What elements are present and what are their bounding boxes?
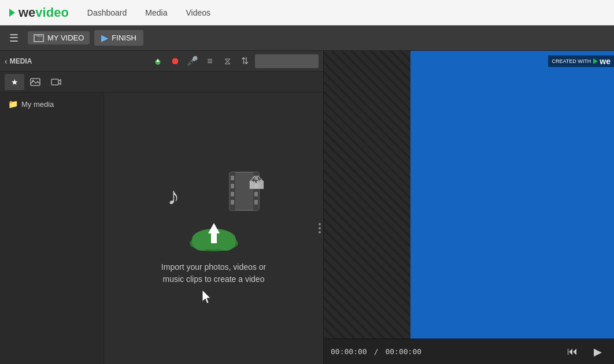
created-with-badge: CREATED WITH we — [548, 55, 614, 67]
current-time-display: 00:00:00 — [331, 347, 367, 356]
photo-icon: 🏔 — [249, 174, 265, 193]
tab-video[interactable] — [46, 74, 66, 90]
preview-dark-bg — [324, 51, 410, 339]
media-label: MEDIA — [10, 57, 32, 65]
media-sidebar: 📁 My media — [0, 92, 104, 364]
folder-icon: 📁 — [8, 99, 18, 109]
folder-my-media[interactable]: 📁 My media — [5, 97, 99, 111]
music-note-icon: ♪ — [168, 183, 180, 210]
finish-button[interactable]: ▶ FINISH — [94, 30, 143, 46]
created-with-text: CREATED WITH — [552, 58, 591, 64]
media-upload-area[interactable]: ♪ 🏔 Import your photos, — [104, 92, 323, 364]
chevron-left-icon: ‹ — [5, 57, 8, 66]
svg-point-19 — [192, 232, 213, 251]
video-title-tab[interactable]: 🎬 MY VIDEO — [28, 31, 90, 44]
finish-label: FINISH — [112, 34, 136, 42]
wevideo-small-logo: we — [593, 57, 611, 66]
record-button[interactable]: ⏺ — [168, 54, 182, 68]
sort-button[interactable]: ⇅ — [238, 54, 251, 68]
upload-button[interactable] — [151, 54, 165, 68]
folder-label: My media — [21, 100, 54, 109]
media-search-input[interactable] — [255, 54, 319, 68]
media-content-area: 📁 My media — [0, 92, 323, 364]
upload-graphic: ♪ 🏔 — [162, 171, 266, 252]
editor-bar: ☰ 🎬 MY VIDEO ▶ FINISH — [0, 25, 614, 51]
svg-point-20 — [215, 232, 236, 251]
wv-text: we — [600, 57, 611, 66]
video-tab-label: MY VIDEO — [47, 34, 84, 42]
top-navigation: wevideo Dashboard Media Videos — [0, 0, 614, 25]
logo-triangle-icon — [9, 9, 15, 17]
skip-back-button[interactable]: ⏮ — [563, 343, 582, 361]
wv-triangle-icon — [593, 58, 598, 64]
play-pause-button[interactable]: ▶ — [589, 343, 607, 361]
time-separator: / — [374, 347, 379, 356]
total-time-display: 00:00:00 — [385, 347, 421, 356]
svg-rect-9 — [231, 176, 234, 180]
media-tabs: ★ — [0, 72, 323, 92]
left-panel: ‹ MEDIA ⏺ 🎤 ≡ ⧖ ⇅ ★ — [0, 51, 324, 364]
media-back-button[interactable]: ‹ MEDIA — [5, 57, 32, 66]
finish-play-icon: ▶ — [101, 32, 108, 43]
upload-prompt-text: Import your photos, videos or music clip… — [161, 261, 266, 285]
svg-rect-10 — [231, 184, 234, 188]
svg-rect-11 — [231, 192, 234, 196]
nav-media[interactable]: Media — [145, 8, 167, 17]
nav-dashboard[interactable]: Dashboard — [87, 8, 127, 17]
tab-starred[interactable]: ★ — [5, 74, 24, 90]
preview-area: CREATED WITH we — [324, 51, 614, 339]
tab-image[interactable] — [25, 74, 45, 90]
film-icon: 🎬 — [34, 34, 44, 42]
hamburger-menu-button[interactable]: ☰ — [5, 29, 23, 47]
list-view-button[interactable]: ≡ — [203, 54, 217, 68]
app-logo[interactable]: wevideo — [9, 5, 69, 20]
svg-rect-5 — [51, 79, 58, 85]
preview-controls: 00:00:00 / 00:00:00 ⏮ ▶ — [324, 339, 614, 364]
main-area: ‹ MEDIA ⏺ 🎤 ≡ ⧖ ⇅ ★ — [0, 51, 614, 364]
filter-button[interactable]: ⧖ — [220, 54, 234, 68]
media-drop-zone[interactable]: ♪ 🏔 Import your photos, — [104, 92, 323, 364]
panel-options-menu[interactable] — [319, 223, 321, 233]
svg-rect-2 — [157, 59, 158, 62]
svg-rect-16 — [254, 200, 258, 205]
right-panel: CREATED WITH we 00:00:00 / 00:00:00 ⏮ ▶ — [324, 51, 614, 364]
mic-button[interactable]: 🎤 — [186, 54, 199, 68]
logo-text: wevideo — [19, 5, 69, 20]
preview-blue-bg: CREATED WITH we — [410, 51, 614, 339]
svg-rect-12 — [231, 200, 234, 205]
nav-videos[interactable]: Videos — [186, 8, 210, 17]
media-toolbar: ‹ MEDIA ⏺ 🎤 ≡ ⧖ ⇅ — [0, 51, 323, 72]
